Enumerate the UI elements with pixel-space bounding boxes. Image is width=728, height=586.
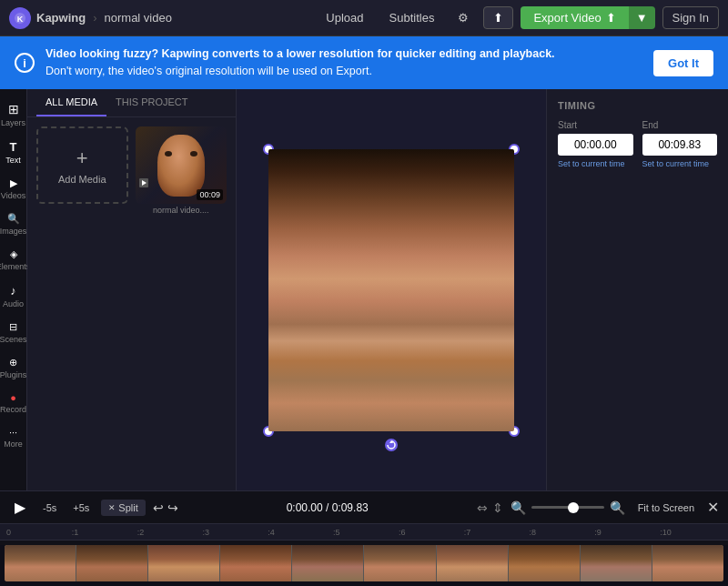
- zoom-out-button[interactable]: 🔍: [511, 500, 526, 515]
- thumb-filename: normal video....: [136, 206, 228, 215]
- current-time: 0:00.00: [287, 501, 323, 514]
- media-grid: + Add Media 00:09: [27, 117, 236, 491]
- zoom-slider[interactable]: [531, 506, 604, 509]
- share-button[interactable]: ⬆: [483, 6, 513, 29]
- export-label: Export Video: [533, 11, 601, 25]
- start-time-col: Start Set to current time: [558, 120, 633, 168]
- canvas-video-frame: [268, 149, 514, 431]
- sidebar-item-plugins[interactable]: ⊕ Plugins: [1, 351, 26, 385]
- sidebar-item-audio[interactable]: ♪ Audio: [1, 278, 26, 314]
- sidebar-item-layers[interactable]: ⊞ Layers: [1, 96, 26, 133]
- end-time-col: End Set to current time: [642, 120, 718, 168]
- got-it-button[interactable]: Got It: [653, 50, 713, 76]
- videos-label: Videos: [1, 191, 25, 200]
- left-sidebar: ⊞ Layers T Text ▶ Videos 🔍 Images ◈ Elem…: [0, 89, 27, 491]
- set-start-time-link[interactable]: Set to current time: [558, 159, 633, 168]
- export-video-button[interactable]: Export Video ⬆: [521, 6, 628, 29]
- sidebar-item-elements[interactable]: ◈ Elements: [1, 243, 26, 277]
- more-label: More: [4, 440, 23, 449]
- timeline-ruler: 0 :1 :2 :3 :4 :5 :6 :7 :8 :9 :10: [0, 524, 728, 541]
- scenes-label: Scenes: [0, 335, 27, 344]
- info-icon: i: [15, 53, 35, 73]
- sidebar-item-record[interactable]: ● Record: [1, 387, 26, 419]
- breadcrumb-sep: ›: [93, 11, 96, 25]
- ruler-mark-0: 0: [5, 528, 70, 537]
- add-media-label: Add Media: [58, 174, 106, 185]
- videos-icon: ▶: [10, 177, 17, 189]
- end-time-input[interactable]: [642, 134, 718, 156]
- record-label: Record: [0, 405, 26, 414]
- fit-to-screen-button[interactable]: Fit to Screen: [632, 500, 700, 515]
- skip-back-button[interactable]: -5s: [38, 500, 61, 515]
- sidebar-item-more[interactable]: ··· More: [1, 421, 26, 454]
- thumb-duration: 00:09: [197, 189, 223, 200]
- elements-icon: ◈: [10, 248, 17, 260]
- ruler-mark-6: :6: [397, 528, 462, 537]
- sidebar-item-text[interactable]: T Text: [1, 135, 26, 170]
- audio-icon: ♪: [10, 284, 16, 298]
- subtitles-button[interactable]: Subtitles: [380, 7, 444, 28]
- playback-bar: ▶ -5s +5s ✕ Split ↩ ↪ 0:00.00 / 0:09.83 …: [0, 491, 728, 524]
- sidebar-item-videos[interactable]: ▶ Videos: [1, 172, 26, 206]
- total-time: 0:09.83: [332, 501, 369, 514]
- close-button[interactable]: ✕: [707, 499, 719, 516]
- transport-icons: ⇔ ⇕: [477, 500, 503, 515]
- time-separator: /: [326, 501, 332, 514]
- ruler-mark-9: :9: [592, 528, 658, 537]
- app-logo[interactable]: K Kapwing: [9, 7, 86, 29]
- time-display: 0:00.00 / 0:09.83: [186, 501, 470, 514]
- ruler-mark-7: :7: [462, 528, 528, 537]
- undo-button[interactable]: ↩: [153, 500, 164, 515]
- plugins-icon: ⊕: [9, 357, 17, 369]
- ruler-mark-1: :1: [70, 528, 136, 537]
- images-label: Images: [0, 227, 26, 236]
- add-media-button[interactable]: + Add Media: [36, 126, 128, 204]
- export-dropdown-button[interactable]: ▼: [629, 6, 655, 29]
- signin-button[interactable]: Sign In: [662, 6, 719, 29]
- undo-redo-group: ↩ ↪: [153, 500, 178, 515]
- zoom-in-button[interactable]: 🔍: [610, 500, 625, 515]
- set-end-time-link[interactable]: Set to current time: [642, 159, 718, 168]
- scenes-icon: ⊟: [9, 321, 17, 333]
- plugins-label: Plugins: [0, 370, 26, 379]
- settings-icon[interactable]: ⚙: [450, 5, 476, 31]
- main-content: ⊞ Layers T Text ▶ Videos 🔍 Images ◈ Elem…: [0, 89, 728, 491]
- split-button[interactable]: ✕ Split: [101, 500, 145, 516]
- start-label: Start: [558, 120, 633, 130]
- svg-text:K: K: [17, 15, 24, 24]
- video-track[interactable]: [5, 545, 723, 581]
- ruler-mark-8: :8: [528, 528, 593, 537]
- video-thumbnail[interactable]: 00:09: [136, 126, 228, 204]
- plus-icon: +: [76, 146, 88, 170]
- ruler-mark-2: :2: [136, 528, 201, 537]
- timeline-tracks[interactable]: [0, 545, 728, 586]
- text-icon: T: [10, 140, 17, 154]
- redo-button[interactable]: ↪: [167, 500, 178, 515]
- sidebar-item-images[interactable]: 🔍 Images: [1, 207, 26, 241]
- bottom-area: ▶ -5s +5s ✕ Split ↩ ↪ 0:00.00 / 0:09.83 …: [0, 490, 728, 586]
- tab-this-project[interactable]: THIS PROJECT: [106, 89, 197, 116]
- media-panel: ALL MEDIA THIS PROJECT + Add Media: [27, 89, 237, 491]
- right-panel: TIMING Start Set to current time End Set…: [546, 89, 728, 491]
- layers-label: Layers: [1, 118, 25, 127]
- timeline: 0 :1 :2 :3 :4 :5 :6 :7 :8 :9 :10: [0, 524, 728, 586]
- record-icon: ●: [10, 392, 16, 403]
- project-name: normal video: [105, 11, 172, 25]
- banner-line1: Video looking fuzzy? Kapwing converts to…: [46, 47, 555, 60]
- play-button[interactable]: ▶: [9, 497, 31, 519]
- video-canvas[interactable]: [268, 149, 514, 431]
- ruler-mark-10: :10: [658, 528, 723, 537]
- split-x-icon: ✕: [108, 503, 116, 512]
- tab-all-media[interactable]: ALL MEDIA: [36, 89, 106, 116]
- ruler-mark-3: :3: [200, 528, 266, 537]
- ruler-mark-5: :5: [331, 528, 397, 537]
- rotate-handle[interactable]: [385, 439, 398, 451]
- banner-text: Video looking fuzzy? Kapwing converts to…: [46, 45, 642, 80]
- upload-button[interactable]: Upload: [317, 7, 372, 28]
- skip-fwd-button[interactable]: +5s: [68, 500, 94, 515]
- start-time-input[interactable]: [558, 134, 633, 156]
- share-icon: ⬆: [493, 11, 503, 25]
- canvas-area: [237, 89, 546, 491]
- sidebar-item-scenes[interactable]: ⊟ Scenes: [1, 316, 26, 349]
- audio-label: Audio: [3, 299, 24, 308]
